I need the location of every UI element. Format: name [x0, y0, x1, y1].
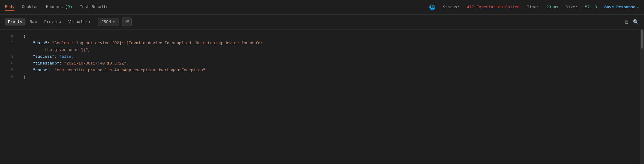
key-success: "success": [33, 54, 54, 59]
tab-body[interactable]: Body: [5, 3, 14, 11]
brace-open: {: [23, 34, 26, 39]
scrollbar-thumb[interactable]: [641, 30, 643, 49]
key-timestamp: "timestamp": [33, 61, 59, 66]
value-data: "Couldn't log out device [D2]: [Invalid …: [23, 41, 263, 52]
format-toolbar: Pretty Raw Preview Visualize JSON ▾ ≡⃗ ⧉…: [0, 15, 644, 29]
tab-cookies[interactable]: Cookies: [22, 3, 39, 11]
filter-button[interactable]: ≡⃗: [122, 18, 132, 26]
line-number-5: 5: [5, 67, 14, 74]
globe-icon: 🌐: [429, 4, 435, 10]
status-info: 🌐 Status: 417 Expectation Failed Time: 2…: [429, 4, 639, 10]
copy-icon: ⧉: [625, 19, 628, 25]
line-number-2: 2: [5, 40, 14, 47]
toolbar-actions: ⧉ 🔍: [625, 19, 639, 25]
status-label: Status:: [443, 5, 460, 10]
tab-headers[interactable]: Headers (9): [46, 3, 72, 11]
json-format-selector[interactable]: JSON ▾: [98, 18, 118, 26]
code-area: 1 2 3 4 5 6 { "data": "Couldn't log out …: [0, 29, 644, 164]
json-code: { "data": "Couldn't log out device [D2]:…: [18, 29, 640, 164]
filter-icon: ≡⃗: [125, 19, 129, 25]
save-response-button[interactable]: Save Response ▾: [604, 5, 639, 10]
time-value: 23 ms: [546, 5, 558, 10]
line-number-4: 4: [5, 60, 14, 67]
format-tab-pretty[interactable]: Pretty: [5, 18, 25, 25]
format-tab-preview[interactable]: Preview: [41, 18, 64, 25]
status-value: 417 Expectation Failed: [467, 5, 520, 10]
format-tab-visualize[interactable]: Visualize: [65, 18, 93, 25]
chevron-down-icon: ▾: [637, 5, 639, 10]
line-numbers: 1 2 3 4 5 6: [0, 29, 18, 164]
scrollbar[interactable]: [640, 29, 644, 164]
tab-test-results[interactable]: Test Results: [80, 3, 109, 11]
response-panel: Body Cookies Headers (9) Test Results 🌐 …: [0, 0, 644, 164]
search-button[interactable]: 🔍: [633, 19, 639, 25]
value-timestamp: "2021-10-30T17:40:18.372Z": [64, 61, 126, 66]
size-label: Size:: [566, 5, 578, 10]
response-tabs: Body Cookies Headers (9) Test Results: [5, 3, 108, 11]
line-number-1: 1: [5, 33, 14, 40]
value-success: false: [59, 54, 71, 59]
brace-close: }: [23, 75, 26, 80]
key-data: "data": [33, 41, 47, 45]
line-number-3: 3: [5, 53, 14, 60]
size-value: 571 B: [585, 5, 597, 10]
format-tab-raw[interactable]: Raw: [27, 18, 40, 25]
chevron-down-icon: ▾: [113, 20, 115, 25]
top-bar: Body Cookies Headers (9) Test Results 🌐 …: [0, 0, 644, 15]
time-label: Time:: [527, 5, 539, 10]
search-icon: 🔍: [633, 19, 639, 25]
format-tabs: Pretty Raw Preview Visualize JSON ▾ ≡⃗: [5, 18, 132, 26]
headers-badge: (9): [65, 5, 72, 9]
value-cause: "com.accolite.pru.health.AuthApp.excepti…: [54, 68, 205, 72]
line-number-6: 6: [5, 74, 14, 81]
copy-button[interactable]: ⧉: [625, 19, 628, 25]
key-cause: "cause": [33, 68, 50, 72]
